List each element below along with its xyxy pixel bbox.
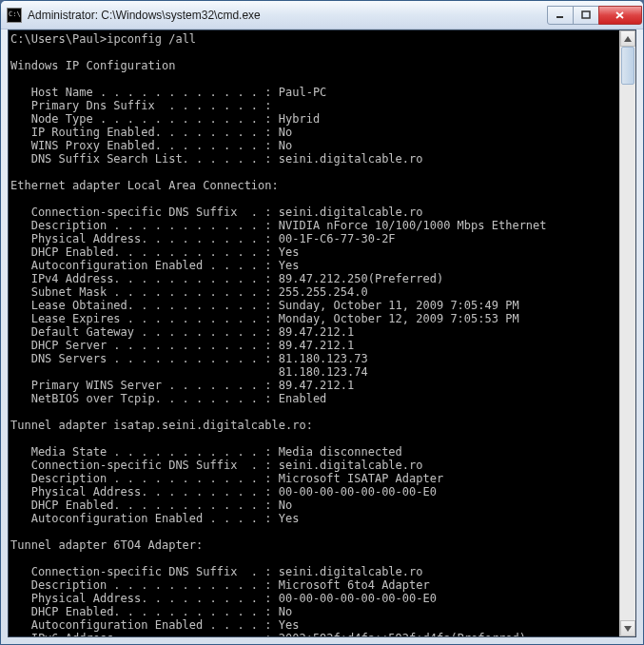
- terminal-client: C:\Users\Paul>ipconfig /all Windows IP C…: [8, 29, 636, 637]
- eth-mac: 00-1F-C6-77-30-2F: [279, 232, 396, 245]
- window-controls: [548, 6, 642, 25]
- ip-routing: No: [279, 126, 292, 139]
- adapter-title: Tunnel adapter 6TO4 Adapter:: [10, 538, 203, 552]
- scroll-thumb[interactable]: [621, 47, 634, 85]
- scroll-up-button[interactable]: [620, 30, 635, 47]
- isatap-mac: 00-00-00-00-00-00-00-E0: [279, 485, 437, 498]
- close-button[interactable]: [598, 6, 642, 25]
- eth-subnet: 255.255.254.0: [279, 285, 368, 299]
- 6to4-desc: Microsoft 6to4 Adapter: [279, 578, 430, 592]
- node-type: Hybrid: [279, 112, 320, 126]
- chevron-up-icon: [624, 36, 632, 42]
- eth-lease-obt: Sunday, October 11, 2009 7:05:49 PM: [279, 299, 519, 312]
- window-title: Administrator: C:\Windows\system32\cmd.e…: [28, 9, 548, 22]
- cmd-icon: [7, 8, 22, 23]
- eth-gateway: 89.47.212.1: [279, 325, 354, 339]
- maximize-icon: [581, 10, 591, 20]
- isatap-dns-suffix: seini.digitalcable.ro: [279, 459, 423, 472]
- eth-lease-exp: Monday, October 12, 2009 7:05:53 PM: [279, 312, 519, 325]
- adapter-title: Tunnel adapter isatap.seini.digitalcable…: [10, 419, 313, 432]
- 6to4-autoconf: Yes: [279, 618, 300, 632]
- 6to4-ipv6: 2002:592f:d4fa::592f:d4fa(Preferred): [279, 632, 526, 637]
- eth-dns-suffix: seini.digitalcable.ro: [279, 205, 423, 219]
- 6to4-dns-suffix: seini.digitalcable.ro: [279, 565, 423, 578]
- svg-marker-5: [624, 626, 632, 632]
- svg-marker-4: [624, 36, 632, 42]
- eth-dhcp: Yes: [279, 245, 300, 259]
- wins-proxy: No: [279, 139, 292, 152]
- isatap-dhcp: No: [279, 498, 292, 512]
- eth-description: NVIDIA nForce 10/100/1000 Mbps Ethernet: [279, 219, 547, 232]
- maximize-button[interactable]: [573, 6, 599, 25]
- titlebar[interactable]: Administrator: C:\Windows\system32\cmd.e…: [1, 1, 643, 29]
- chevron-down-icon: [624, 626, 632, 632]
- vertical-scrollbar[interactable]: [619, 30, 635, 636]
- eth-dhcp-server: 89.47.212.1: [279, 339, 354, 352]
- isatap-desc: Microsoft ISATAP Adapter: [279, 472, 443, 485]
- eth-wins: 89.47.212.1: [279, 379, 354, 392]
- close-icon: [615, 10, 626, 20]
- host-name: Paul-PC: [279, 86, 327, 99]
- svg-rect-1: [582, 11, 590, 18]
- dns-suffix-list: seini.digitalcable.ro: [279, 152, 423, 166]
- minimize-icon: [556, 10, 565, 20]
- prompt-line: C:\Users\Paul>ipconfig /all: [10, 32, 196, 46]
- eth-autoconf: Yes: [279, 259, 300, 272]
- terminal-output[interactable]: C:\Users\Paul>ipconfig /all Windows IP C…: [9, 30, 635, 637]
- eth-netbios: Enabled: [279, 392, 327, 405]
- scroll-track[interactable]: [620, 47, 635, 620]
- cmd-window: Administrator: C:\Windows\system32\cmd.e…: [0, 0, 644, 645]
- adapter-title: Ethernet adapter Local Area Connection:: [10, 179, 279, 192]
- section-header: Windows IP Configuration: [10, 59, 175, 72]
- 6to4-dhcp: No: [279, 605, 292, 618]
- 6to4-mac: 00-00-00-00-00-00-00-E0: [279, 592, 437, 605]
- eth-dns1: 81.180.123.73: [279, 352, 368, 365]
- isatap-media: Media disconnected: [279, 445, 402, 459]
- minimize-button[interactable]: [547, 6, 574, 25]
- isatap-autoconf: Yes: [279, 512, 300, 525]
- scroll-down-button[interactable]: [620, 620, 635, 636]
- eth-ipv4: 89.47.212.250(Preferred): [279, 272, 443, 285]
- eth-dns2: 81.180.123.74: [279, 365, 368, 379]
